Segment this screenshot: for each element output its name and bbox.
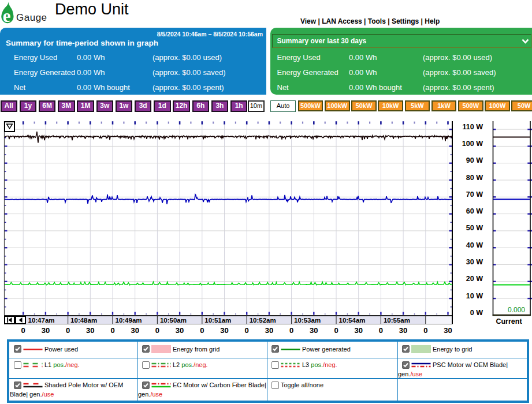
svg-text:e: e [3, 6, 11, 26]
